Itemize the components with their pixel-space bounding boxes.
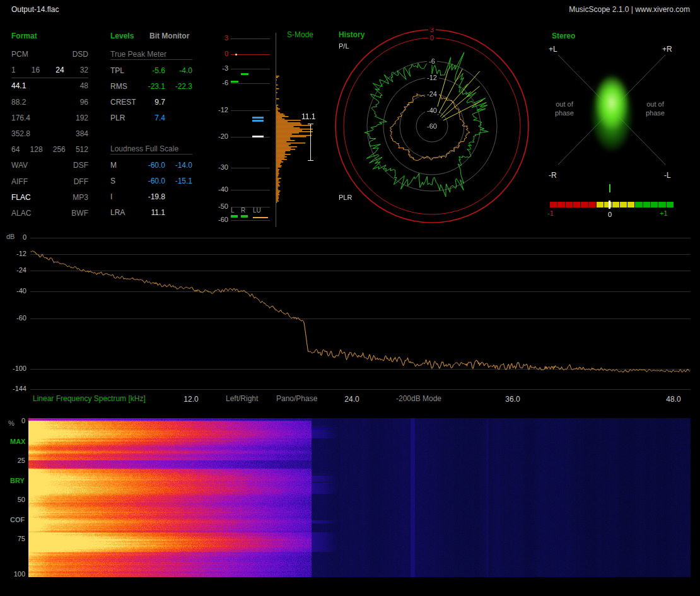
format-option-24[interactable]: 24	[55, 66, 64, 74]
format-option-flac[interactable]: FLAC	[11, 193, 31, 202]
metric-value-2: -22.3	[166, 82, 192, 91]
meter-scale-label--50: -50	[214, 202, 228, 210]
metric-label: I	[110, 192, 112, 201]
out-of-phase-left-label: out of phase	[550, 100, 579, 117]
format-option-dsd[interactable]: DSD	[73, 50, 88, 59]
format-option-dsf[interactable]: DSF	[73, 161, 88, 170]
format-option-176-4[interactable]: 176.4	[11, 114, 30, 122]
spectrogram-ytick-50: 50	[9, 496, 25, 503]
mode-200db-toggle[interactable]: -200dB Mode	[396, 394, 441, 403]
peak-mark-left	[231, 81, 238, 83]
spectrum-ytick--40: -40	[0, 287, 26, 295]
out-of-phase-text: out of phase	[555, 100, 574, 117]
format-option-16[interactable]: 16	[32, 66, 40, 74]
freq-tick-label-48.0: 48.0	[666, 395, 680, 404]
spectrum-canvas	[30, 235, 691, 390]
correlation-cursor	[609, 201, 610, 209]
musicscope-window: Output-14.flac MusicScope 2.1.0 | www.xi…	[0, 0, 700, 596]
peak-mark-right	[241, 73, 248, 75]
format-option-dff[interactable]: DFF	[74, 177, 88, 186]
correlation-segment	[620, 202, 627, 207]
meter-scale-label--20: -20	[214, 132, 228, 140]
phase-blob	[588, 69, 635, 153]
correlation-segment	[573, 202, 580, 207]
lu-label: LU	[253, 207, 261, 214]
format-row: 64128256512	[11, 145, 88, 154]
format-option-48[interactable]: 48	[80, 81, 88, 90]
format-row: AIFFDFF	[11, 177, 88, 186]
format-row: PCMDSD	[11, 50, 88, 59]
format-option-1[interactable]: 1	[11, 66, 16, 74]
correlation-segment	[550, 202, 557, 207]
format-option-96[interactable]: 96	[80, 98, 88, 107]
spectrum-ytick--12: -12	[0, 250, 26, 257]
spectrum-ytick-0: 0	[0, 233, 26, 241]
metric-value-1: -60.0	[139, 161, 165, 170]
metric-value-2: -14.0	[166, 161, 192, 170]
meter-scale-label--30: -30	[214, 163, 228, 171]
meter-scale-label-0: 0	[214, 50, 228, 57]
metric-row-rms: RMS-23.1-22.3	[110, 82, 192, 92]
meter-tick-line	[231, 190, 270, 190]
peak-hold-dot	[235, 54, 237, 56]
correlation-bar	[550, 202, 674, 207]
format-option-352-8[interactable]: 352.8	[11, 129, 30, 138]
format-row: 88.296	[11, 98, 88, 107]
format-option-192[interactable]: 192	[76, 114, 88, 122]
bry-label: BRY	[10, 477, 25, 484]
divider	[11, 78, 88, 78]
plr-label: PLR	[339, 194, 352, 201]
freq-tick-label-12.0: 12.0	[184, 395, 198, 404]
meter-scale-label--40: -40	[214, 185, 228, 193]
meter-scale-label--12: -12	[214, 106, 228, 114]
tab-bit-monitor[interactable]: Bit Monitor	[149, 32, 189, 40]
correlation-segment	[581, 202, 588, 207]
loudness-title: Loudness Full Scale	[110, 144, 178, 153]
metric-row-s: S-60.0-15.1	[110, 177, 192, 187]
format-option-64[interactable]: 64	[11, 145, 20, 154]
spectrogram-ytick-75: 75	[9, 535, 25, 542]
out-of-phase-text: out of phase	[646, 100, 665, 117]
metric-label: PLR	[110, 114, 125, 122]
format-option-aiff[interactable]: AIFF	[11, 177, 28, 186]
format-option-256[interactable]: 256	[53, 145, 66, 154]
format-option-mp3[interactable]: MP3	[73, 193, 88, 202]
format-option-pcm[interactable]: PCM	[11, 50, 28, 59]
spectrogram-ytick-25: 25	[9, 457, 25, 464]
spectrum-ytick--24: -24	[0, 266, 26, 274]
format-option-512[interactable]: 512	[76, 145, 88, 154]
spectrogram-ytick-0: 0	[9, 417, 25, 424]
metric-value-1: 7.4	[139, 114, 165, 122]
s-mode-toggle[interactable]: S-Mode	[287, 30, 313, 39]
spectrum-ytick--100: -100	[0, 365, 26, 372]
channel-l-indicator	[231, 215, 238, 218]
metric-row-plr: PLR7.4	[110, 114, 192, 124]
format-option-88-2[interactable]: 88.2	[11, 98, 26, 107]
format-option-128[interactable]: 128	[30, 145, 43, 154]
format-title: Format	[11, 32, 37, 40]
format-option-bwf[interactable]: BWF	[71, 209, 88, 218]
format-option-32[interactable]: 32	[80, 66, 88, 74]
format-option-44-1[interactable]: 44.1	[11, 81, 26, 90]
format-row: WAVDSF	[11, 161, 88, 170]
channel-l-label: L	[231, 207, 235, 214]
metric-value-1: -23.1	[139, 82, 165, 91]
meter-tick-line	[231, 110, 270, 111]
format-option-wav[interactable]: WAV	[11, 161, 28, 170]
spectrum-ytick--144: -144	[0, 385, 26, 392]
metric-label: LRA	[110, 208, 125, 217]
format-option-384[interactable]: 384	[76, 129, 88, 138]
out-of-phase-right-label: out of phase	[641, 100, 670, 117]
mode-pano-phase-toggle[interactable]: Pano/Phase	[276, 394, 317, 403]
meter-tick-line	[231, 207, 270, 207]
format-option-alac[interactable]: ALAC	[11, 209, 31, 218]
format-row: 44.148	[11, 81, 88, 90]
spectrum-title: Linear Frequency Spectrum [kHz]	[33, 394, 146, 403]
metric-value-2: -4.0	[166, 66, 192, 75]
correlation-segment	[589, 202, 596, 207]
mode-left-right-toggle[interactable]: Left/Right	[226, 394, 258, 403]
meter-scale-label--60: -60	[214, 216, 228, 223]
channel-r-label: R	[241, 207, 245, 214]
tab-levels[interactable]: Levels	[110, 32, 134, 40]
correlation-max-label: +1	[660, 209, 668, 217]
